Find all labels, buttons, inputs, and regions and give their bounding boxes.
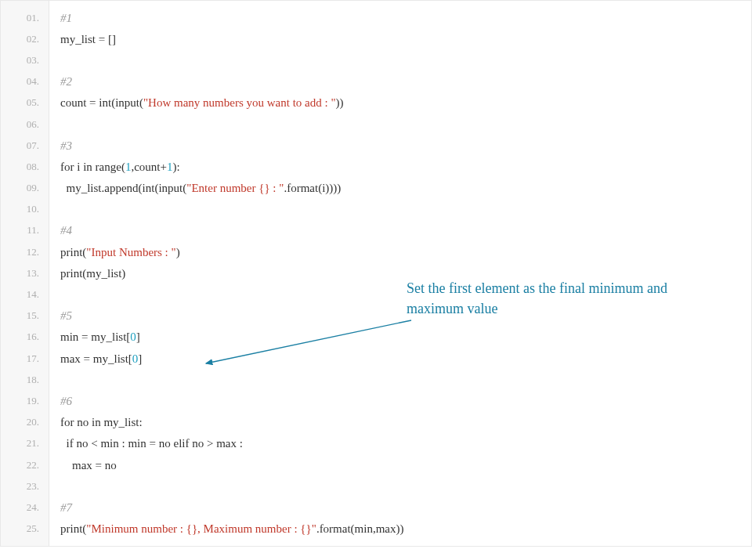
line-number: 12. <box>1 241 49 262</box>
code-line: print("Input Numbers : ") <box>60 241 751 262</box>
token-ident: no elif no <box>156 437 207 450</box>
token-str: "Minimum number : {}, Maximum number : {… <box>86 522 316 535</box>
token-ident: max <box>60 459 96 471</box>
line-number: 01. <box>1 7 49 28</box>
token-punct: ] <box>138 352 142 365</box>
token-ident: my_list <box>89 331 127 343</box>
token-ident: int <box>96 96 112 109</box>
line-number: 06. <box>1 114 49 135</box>
token-punct: ] <box>136 331 140 343</box>
line-number: 17. <box>1 348 49 369</box>
line-number: 20. <box>1 412 49 433</box>
token-punct: )))) <box>325 182 341 194</box>
line-number: 23. <box>1 475 49 497</box>
code-line: #3 <box>60 135 751 156</box>
token-ident: print <box>60 246 82 258</box>
token-op: < <box>91 437 97 450</box>
token-op: = <box>99 33 105 45</box>
code-line <box>60 114 751 135</box>
token-ident: no <box>102 459 117 471</box>
code-line: #2 <box>60 71 751 92</box>
token-num: 0 <box>130 331 136 343</box>
token-ident: count <box>60 96 89 109</box>
token-ident: min <box>98 437 122 450</box>
token-op: = <box>150 437 156 450</box>
token-comment: #1 <box>60 12 72 24</box>
token-ident: for i in range <box>60 161 121 173</box>
code-line <box>60 475 751 497</box>
token-ident: min <box>355 522 373 535</box>
line-number: 08. <box>1 156 49 177</box>
token-punct: ) <box>121 267 125 280</box>
token-ident: print <box>60 267 82 280</box>
token-ident: min <box>125 437 150 450</box>
token-ident: format <box>287 182 318 194</box>
token-comment: #2 <box>60 75 72 88</box>
token-op: + <box>160 161 166 173</box>
line-number: 11. <box>1 220 49 241</box>
token-str: "Enter number {} : " <box>186 182 284 194</box>
token-punct: [] <box>108 33 116 45</box>
token-punct: ): <box>172 161 179 173</box>
token-str: "Input Numbers : " <box>86 246 175 258</box>
token-punct: )) <box>336 96 344 109</box>
code-block: 01.02.03.04.05.06.07.08.09.10.11.12.13.1… <box>0 0 752 547</box>
code-line: count = int(input("How many numbers you … <box>60 92 751 114</box>
code-line: max = my_list[0] <box>60 348 751 369</box>
line-number-gutter: 01.02.03.04.05.06.07.08.09.10.11.12.13.1… <box>1 1 49 546</box>
code-line: for no in my_list: <box>60 412 751 433</box>
line-number: 02. <box>1 28 49 49</box>
token-ident: input <box>158 182 183 194</box>
token-str: "How many numbers you want to add : " <box>143 96 336 109</box>
token-op: = <box>96 459 102 471</box>
code-line: #7 <box>60 497 751 518</box>
token-ident: for no in my_list <box>60 416 139 428</box>
token-ident: print <box>60 522 82 535</box>
code-line: print("Minimum number : {}, Maximum numb… <box>60 518 751 540</box>
token-op: = <box>84 352 90 365</box>
code-line: my_list = [] <box>60 28 751 49</box>
line-number: 09. <box>1 178 49 199</box>
token-punct: : <box>139 416 142 428</box>
token-ident: int <box>143 182 155 194</box>
code-line: if no < min : min = no elif no > max : <box>60 433 751 454</box>
line-number: 15. <box>1 305 49 327</box>
token-ident: if no <box>60 437 91 450</box>
line-number: 05. <box>1 92 49 114</box>
line-number: 03. <box>1 49 49 70</box>
token-ident: my_list <box>86 267 121 280</box>
token-comment: #5 <box>60 309 72 322</box>
line-number: 19. <box>1 390 49 411</box>
code-line: #1 <box>60 7 751 28</box>
line-number: 24. <box>1 497 49 518</box>
token-punct: ) <box>176 246 180 258</box>
code-line <box>60 369 751 390</box>
line-number: 16. <box>1 327 49 348</box>
token-comment: #4 <box>60 224 72 237</box>
token-punct: )) <box>396 522 404 535</box>
token-comment: #6 <box>60 395 72 407</box>
code-line <box>60 199 751 220</box>
token-ident: format <box>320 522 351 535</box>
code-area: Set the first element as the final minim… <box>49 1 751 546</box>
token-ident: count <box>134 161 160 173</box>
token-op: = <box>89 96 96 109</box>
code-line <box>60 49 751 70</box>
token-op: = <box>81 331 88 343</box>
token-ident: min <box>60 331 81 343</box>
token-punct: : <box>240 437 243 450</box>
line-number: 18. <box>1 369 49 390</box>
line-number: 07. <box>1 135 49 156</box>
line-number: 04. <box>1 71 49 92</box>
line-number: 14. <box>1 284 49 305</box>
code-line: my_list.append(int(input("Enter number {… <box>60 178 751 199</box>
code-line: for i in range(1,count+1): <box>60 156 751 177</box>
line-number: 21. <box>1 433 49 454</box>
token-ident: max <box>376 522 396 535</box>
token-ident: max <box>213 437 239 450</box>
token-ident: max <box>60 352 84 365</box>
code-line: max = no <box>60 454 751 475</box>
token-ident: input <box>115 96 139 109</box>
code-line: min = my_list[0] <box>60 327 751 348</box>
line-number: 13. <box>1 262 49 284</box>
